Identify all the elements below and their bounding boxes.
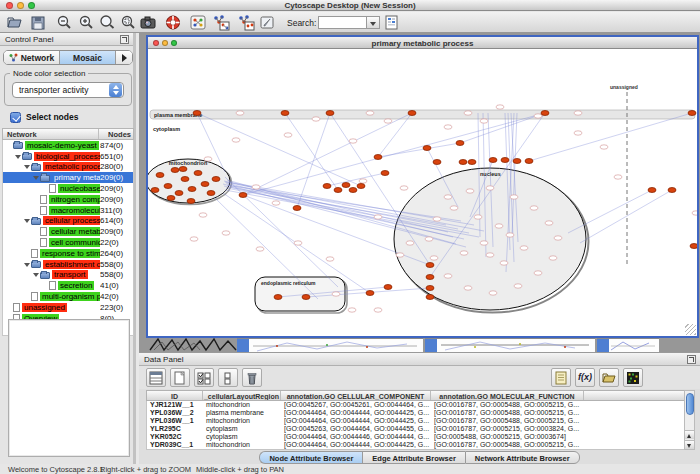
network-canvas[interactable]: plasma membranecytoplasmmitochondrionnuc… [148,49,697,336]
network-node[interactable] [534,114,542,118]
network-node[interactable] [332,292,340,296]
select-nodes-option[interactable]: Select nodes [10,111,78,123]
network-node[interactable] [460,251,468,255]
network-node[interactable] [425,237,433,241]
table-row[interactable]: YLR295Ccytoplasm[GO:0045263, GO:0044464,… [147,425,687,433]
network-node[interactable] [520,246,528,250]
export-image-button[interactable] [139,14,157,31]
network-node-selected[interactable] [323,184,331,189]
tree-row[interactable]: macromolecule311(0) [3,205,133,216]
open-session-button[interactable] [6,14,24,31]
scroll-down-button[interactable] [685,440,694,449]
tree-row[interactable]: response to stimulu264(0) [3,248,133,259]
table-row[interactable]: YKR052Ccytoplasm[GO:0044464, GO:0044446,… [147,433,687,441]
background-window-fragment[interactable] [425,338,595,352]
more-tabs-button[interactable] [116,51,132,64]
new-attribute-button[interactable] [170,368,190,387]
network-node[interactable] [545,221,553,225]
network-node[interactable] [400,186,408,190]
network-node-selected[interactable] [525,159,533,164]
network-node[interactable] [554,236,562,240]
network-node[interactable] [530,206,538,210]
zoom-selected-button[interactable] [119,14,137,31]
network-node-selected[interactable] [349,188,357,193]
network-node[interactable] [284,133,292,137]
tab-network-attribute-browser[interactable]: Network Attribute Browser [465,451,580,464]
network-node-selected[interactable] [648,188,656,193]
network-node[interactable] [374,215,382,219]
network-node[interactable] [486,253,494,257]
network-node[interactable] [614,175,622,179]
network-node-selected[interactable] [501,158,509,163]
network-node[interactable] [480,119,488,123]
column-header[interactable]: annotation.GO CELLULAR_COMPONENT [281,391,431,400]
matrix-view-button[interactable] [623,368,643,387]
network-node-selected[interactable] [366,291,374,296]
network-node[interactable] [326,257,334,261]
help-button[interactable] [164,14,182,31]
network-node-selected[interactable] [167,196,175,201]
network-node-selected[interactable] [384,285,392,290]
network-node-selected[interactable] [668,188,676,193]
scroll-up-button[interactable] [685,430,694,439]
network-node[interactable] [464,286,472,290]
network-node[interactable] [294,241,302,245]
network-node[interactable] [406,241,414,245]
network-node-selected[interactable] [194,171,202,176]
network-node[interactable] [692,211,697,215]
background-window-fragment[interactable] [237,338,423,352]
attribute-table-mode-button[interactable] [146,368,166,387]
network-node[interactable] [256,247,264,251]
column-header[interactable]: _cellularLayoutRegion [203,391,281,400]
background-window-fragment[interactable] [597,338,659,352]
network-node[interactable] [433,217,441,221]
network-node-selected[interactable] [459,160,467,165]
network-node-selected[interactable] [688,111,696,116]
network-node-selected[interactable] [151,188,159,193]
network-view-window[interactable]: primary metabolic process plasma membran… [146,35,699,338]
tree-expander-icon[interactable] [24,163,31,170]
tree-expander-icon[interactable] [24,217,31,224]
tree-row[interactable]: secretion41(0) [3,280,133,291]
network-node-selected[interactable] [302,295,310,300]
zoom-fit-button[interactable] [98,14,116,31]
network-node[interactable] [500,261,508,265]
network-node-selected[interactable] [426,286,434,291]
network-node-selected[interactable] [179,167,187,172]
tree-row[interactable]: nitrogen compo209(0) [3,194,133,205]
tree-row[interactable]: mosaic-demo-yeast874(0) [3,140,133,151]
network-node-selected[interactable] [207,191,215,196]
attribute-table[interactable]: YJR121W__1mitochondrion[GO:0045267, GO:0… [146,401,688,450]
tree-row[interactable]: primary metabolic process209(0) [3,172,133,183]
table-row[interactable]: YDR039C__1mitochondrion[GO:0044464, GO:0… [147,441,687,449]
tree-row[interactable]: nucleobase-209(0) [3,183,133,194]
node-color-attribute-select[interactable]: transporter activity [12,82,124,98]
destroy-network-view-button[interactable] [236,14,254,31]
copy-network-view-button[interactable] [211,14,229,31]
create-view-button[interactable] [189,14,207,31]
network-node-selected[interactable] [408,111,416,116]
network-node-selected[interactable] [164,184,172,189]
network-node[interactable] [510,195,518,199]
network-node[interactable] [549,256,557,260]
network-node[interactable] [486,186,494,190]
network-node-selected[interactable] [426,263,434,268]
network-node[interactable] [204,157,212,161]
network-node[interactable] [252,185,260,189]
network-node[interactable] [222,231,230,235]
attribute-notes-button[interactable] [551,368,571,387]
network-node-selected[interactable] [274,295,282,300]
network-node-selected[interactable] [426,275,434,280]
network-node-selected[interactable] [357,184,365,189]
network-node-selected[interactable] [175,191,183,196]
nodes-column-header[interactable]: Nodes [99,129,133,139]
unselect-attributes-button[interactable] [218,368,238,387]
network-node-selected[interactable] [201,182,209,187]
network-node[interactable] [359,179,367,183]
network-node[interactable] [474,215,482,219]
network-node[interactable] [348,308,356,312]
tree-expander-icon[interactable] [24,261,31,268]
network-node[interactable] [450,206,458,210]
tab-edge-attribute-browser[interactable]: Edge Attribute Browser [362,451,464,464]
table-row[interactable]: YJR121W__1mitochondrion[GO:0045267, GO:0… [147,401,687,409]
